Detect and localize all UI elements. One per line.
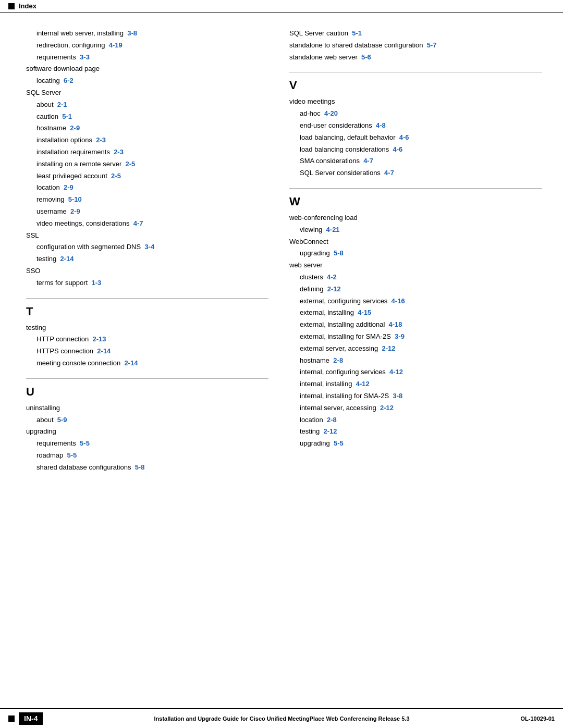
list-item: configuration with segmented DNS 3-4 [36, 242, 268, 253]
page-container: Index internal web server, installing 3-… [0, 0, 563, 728]
list-item: load balancing, default behavior 4-6 [300, 132, 542, 143]
list-item: software download page [26, 64, 268, 75]
footer-square-icon [8, 715, 15, 722]
list-item: WebConnect [289, 237, 542, 248]
list-item: HTTPS connection 2-14 [36, 346, 268, 357]
list-item: defining 2-12 [300, 284, 542, 295]
list-item: about 5-9 [36, 415, 268, 426]
list-item: removing 5-10 [36, 194, 268, 205]
list-item: SQL Server considerations 4-7 [300, 168, 542, 179]
list-item: least privileged account 2-5 [36, 171, 268, 182]
list-item: external, installing 4-15 [300, 307, 542, 318]
list-item: username 2-9 [36, 206, 268, 217]
right-column: SQL Server caution 5-1 standalone to sha… [284, 28, 542, 698]
list-item: video meetings [289, 96, 542, 107]
section-letter-u: U [26, 385, 268, 399]
list-item: about 2-1 [36, 100, 268, 110]
list-item: external server, accessing 2-12 [300, 343, 542, 354]
list-item: uninstalling [26, 403, 268, 414]
list-item: SQL Server [26, 88, 268, 98]
list-item: internal, installing 4-12 [300, 379, 542, 390]
list-item: caution 5-1 [36, 112, 268, 122]
index-icon [8, 3, 15, 9]
section-divider [289, 72, 542, 72]
list-item: testing 2-12 [300, 426, 542, 437]
list-item: roadmap 5-5 [36, 450, 268, 461]
section-letter-w: W [289, 195, 542, 208]
list-item: web server [289, 260, 542, 271]
section-divider [289, 188, 542, 189]
list-item: internal, configuring services 4-12 [300, 367, 542, 378]
footer: IN-4 Installation and Upgrade Guide for … [0, 708, 563, 728]
section-divider [26, 378, 268, 379]
list-item: SSL [26, 230, 268, 241]
section-letter-v: V [289, 79, 542, 92]
list-item: location 2-8 [300, 415, 542, 426]
list-item: external, installing for SMA-2S 3-9 [300, 331, 542, 342]
list-item: hostname 2-9 [36, 123, 268, 134]
list-item: external, configuring services 4-16 [300, 296, 542, 307]
section-letter-t: T [26, 305, 268, 318]
list-item: upgrading 5-5 [300, 438, 542, 449]
main-content: internal web server, installing 3-8 redi… [0, 13, 563, 708]
list-item: SQL Server caution 5-1 [289, 28, 542, 39]
list-item: terms for support 1-3 [36, 278, 268, 289]
list-item: ad-hoc 4-20 [300, 108, 542, 119]
list-item: hostname 2-8 [300, 355, 542, 366]
top-bar: Index [0, 0, 563, 13]
section-divider [26, 298, 268, 299]
list-item: upgrading 5-8 [300, 248, 542, 259]
footer-center-text: Installation and Upgrade Guide for Cisco… [43, 715, 520, 722]
list-item: internal web server, installing 3-8 [36, 28, 268, 39]
footer-left: IN-4 [8, 712, 43, 725]
list-item: requirements 5-5 [36, 438, 268, 449]
list-item: SMA considerations 4-7 [300, 156, 542, 167]
left-column: internal web server, installing 3-8 redi… [26, 28, 284, 698]
list-item: locating 6-2 [36, 76, 268, 87]
list-item: internal, installing for SMA-2S 3-8 [300, 391, 542, 402]
list-item: upgrading [26, 426, 268, 437]
list-item: external, installing additional 4-18 [300, 319, 542, 330]
list-item: load balancing considerations 4-6 [300, 144, 542, 155]
list-item: HTTP connection 2-13 [36, 334, 268, 345]
list-item: requirements 3-3 [36, 52, 268, 63]
list-item: installation requirements 2-3 [36, 147, 268, 158]
page-title: Index [19, 2, 36, 10]
list-item: testing [26, 323, 268, 334]
list-item: redirection, configuring 4-19 [36, 40, 268, 51]
list-item: meeting console connection 2-14 [36, 358, 268, 369]
list-item: installing on a remote server 2-5 [36, 159, 268, 170]
page-number-badge: IN-4 [19, 712, 43, 725]
list-item: location 2-9 [36, 182, 268, 193]
list-item: end-user considerations 4-8 [300, 120, 542, 131]
list-item: web-conferencing load [289, 213, 542, 224]
footer-doc-number: OL-10029-01 [521, 715, 555, 722]
list-item: internal server, accessing 2-12 [300, 403, 542, 414]
list-item: installation options 2-3 [36, 135, 268, 146]
list-item: video meetings, considerations 4-7 [36, 218, 268, 229]
list-item: clusters 4-2 [300, 272, 542, 283]
list-item: viewing 4-21 [300, 225, 542, 236]
list-item: standalone web server 5-6 [289, 52, 542, 63]
list-item: standalone to shared database configurat… [289, 40, 542, 51]
list-item: shared database configurations 5-8 [36, 462, 268, 473]
list-item: testing 2-14 [36, 254, 268, 265]
list-item: SSO [26, 266, 268, 277]
